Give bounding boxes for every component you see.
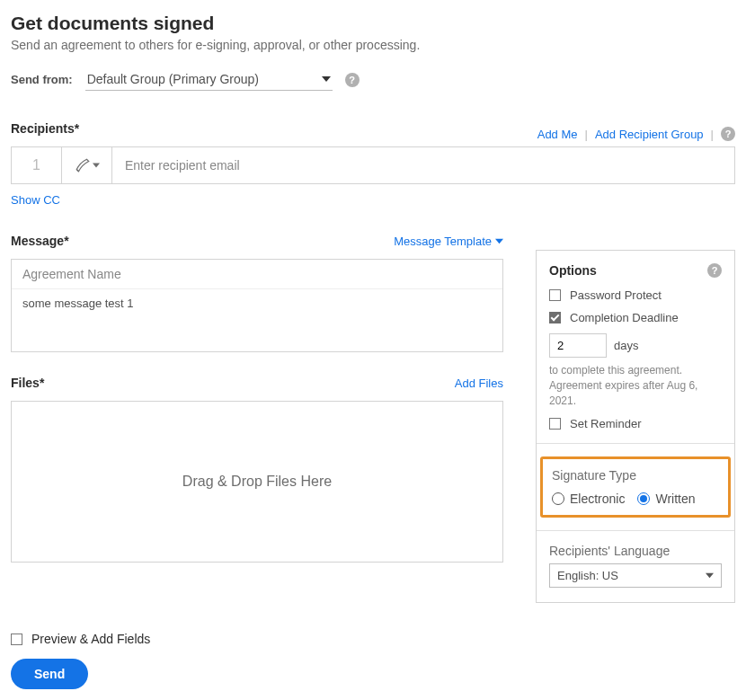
send-from-label: Send from: xyxy=(11,73,73,86)
recipient-number: 1 xyxy=(12,147,62,183)
chevron-down-icon xyxy=(495,237,503,245)
message-template-link[interactable]: Message Template xyxy=(394,235,503,248)
completion-deadline-label: Completion Deadline xyxy=(570,311,679,324)
divider: | xyxy=(585,128,588,141)
signature-electronic-label: Electronic xyxy=(570,492,625,506)
files-dropzone[interactable]: Drag & Drop Files Here xyxy=(11,401,503,563)
password-protect-label: Password Protect xyxy=(570,288,662,302)
send-from-value: Default Group (Primary Group) xyxy=(87,72,259,86)
show-cc-link[interactable]: Show CC xyxy=(11,193,735,207)
language-select[interactable]: English: US xyxy=(549,563,722,588)
radio-icon xyxy=(637,492,650,505)
help-icon[interactable]: ? xyxy=(707,263,722,278)
pen-icon xyxy=(75,157,91,173)
language-heading: Recipients' Language xyxy=(549,544,722,558)
deadline-detail-2: Agreement expires after Aug 6, 2021. xyxy=(549,378,722,409)
radio-icon xyxy=(552,492,564,505)
add-recipient-group-link[interactable]: Add Recipient Group xyxy=(595,128,704,141)
help-icon[interactable]: ? xyxy=(345,73,360,87)
password-protect-checkbox[interactable] xyxy=(549,289,561,301)
signature-type-heading: Signature Type xyxy=(552,468,719,483)
recipient-role-select[interactable] xyxy=(62,147,112,183)
send-from-select[interactable]: Default Group (Primary Group) xyxy=(85,68,333,91)
language-value: English: US xyxy=(557,569,618,582)
options-heading: Options xyxy=(549,263,597,278)
dropzone-text: Drag & Drop Files Here xyxy=(182,474,332,490)
agreement-name-input[interactable] xyxy=(12,260,502,289)
recipient-row: 1 xyxy=(11,146,735,184)
preview-add-fields-label: Preview & Add Fields xyxy=(31,632,150,646)
recipients-label: Recipients* xyxy=(11,121,79,136)
add-me-link[interactable]: Add Me xyxy=(537,128,578,141)
preview-add-fields-checkbox[interactable] xyxy=(11,634,22,645)
page-title: Get documents signed xyxy=(11,13,735,34)
set-reminder-checkbox[interactable] xyxy=(549,418,561,430)
chevron-down-icon xyxy=(93,162,100,169)
deadline-days-input[interactable] xyxy=(549,333,607,358)
caret-down-icon xyxy=(322,75,331,84)
deadline-detail-1: to complete this agreement. xyxy=(549,363,722,378)
recipient-email-input[interactable] xyxy=(112,147,734,183)
chevron-down-icon xyxy=(706,572,714,580)
completion-deadline-checkbox[interactable] xyxy=(549,312,561,323)
message-label: Message* xyxy=(11,234,69,248)
message-box xyxy=(11,259,503,352)
options-panel: Options ? Password Protect Completion De… xyxy=(536,250,735,603)
page-subtitle: Send an agreement to others for e-signin… xyxy=(11,38,735,52)
divider: | xyxy=(711,128,714,141)
set-reminder-label: Set Reminder xyxy=(570,417,641,430)
days-label: days xyxy=(614,339,638,352)
signature-written-label: Written xyxy=(655,492,695,506)
signature-type-highlight: Signature Type Electronic Written xyxy=(540,456,731,518)
message-body-input[interactable] xyxy=(12,289,502,343)
signature-electronic-option[interactable]: Electronic xyxy=(552,492,625,506)
send-button[interactable]: Send xyxy=(11,659,88,689)
files-label: Files* xyxy=(11,376,44,390)
add-files-link[interactable]: Add Files xyxy=(455,377,503,390)
help-icon[interactable]: ? xyxy=(721,127,735,141)
signature-written-option[interactable]: Written xyxy=(637,492,695,506)
